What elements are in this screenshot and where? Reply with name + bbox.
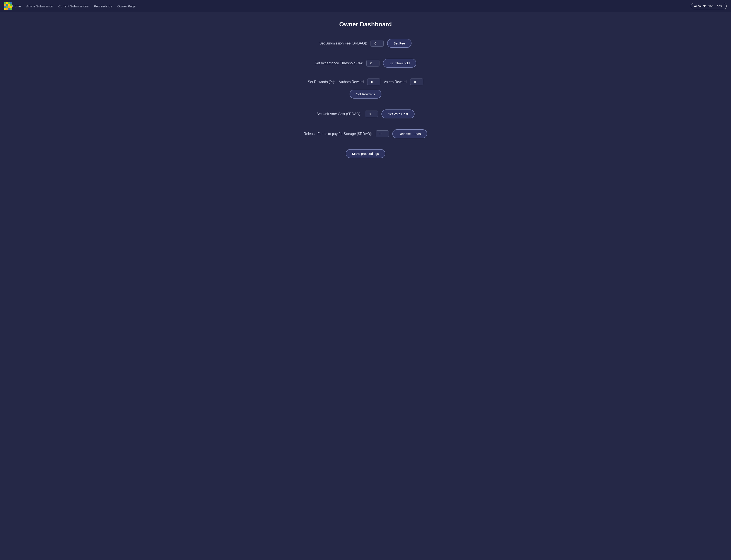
set-vote-cost-button[interactable]: Set Vote Cost — [381, 109, 415, 118]
threshold-section: Set Acceptance Threshold (%): Set Thresh… — [267, 59, 464, 68]
submission-fee-section: Set Submission Fee ($RDAO): Set Fee — [267, 39, 464, 48]
svg-rect-2 — [8, 2, 10, 4]
svg-rect-14 — [8, 8, 10, 10]
logo-icon — [4, 2, 12, 10]
authors-reward-input[interactable] — [367, 79, 380, 85]
rewards-section: Set Rewards (%): Authors Reward Voters R… — [267, 79, 464, 99]
submission-fee-row: Set Submission Fee ($RDAO): Set Fee — [319, 39, 412, 48]
svg-rect-3 — [10, 2, 12, 4]
svg-rect-12 — [4, 8, 6, 10]
svg-rect-1 — [6, 2, 8, 4]
release-funds-row: Release Funds to pay for Storage ($RDAO)… — [304, 129, 427, 138]
rewards-label: Set Rewards (%): — [308, 80, 335, 84]
vote-cost-section: Set Unit Vote Cost ($RDAO): Set Vote Cos… — [267, 109, 464, 118]
svg-rect-0 — [4, 2, 6, 4]
rewards-inputs: Set Rewards (%): Authors Reward Voters R… — [308, 79, 423, 85]
rewards-row: Set Rewards (%): Authors Reward Voters R… — [308, 79, 423, 99]
nav-proceedings[interactable]: Proceedings — [94, 4, 112, 8]
threshold-input[interactable] — [366, 60, 379, 67]
release-funds-button[interactable]: Release Funds — [392, 129, 427, 138]
svg-rect-13 — [6, 8, 8, 10]
navbar-links: Home Article Submission Current Submissi… — [12, 4, 691, 8]
svg-rect-15 — [10, 8, 12, 10]
vote-cost-row: Set Unit Vote Cost ($RDAO): Set Vote Cos… — [316, 109, 414, 118]
page-title: Owner Dashboard — [339, 21, 392, 28]
threshold-row: Set Acceptance Threshold (%): Set Thresh… — [315, 59, 416, 68]
svg-rect-4 — [4, 4, 6, 6]
main-content: Owner Dashboard Set Submission Fee ($RDA… — [0, 12, 731, 182]
voters-reward-label: Voters Reward — [384, 80, 407, 84]
voters-reward-input[interactable] — [410, 79, 423, 85]
svg-rect-11 — [10, 6, 12, 8]
submission-fee-label: Set Submission Fee ($RDAO): — [319, 41, 367, 45]
submission-fee-input[interactable] — [371, 40, 384, 47]
svg-rect-9 — [6, 6, 8, 8]
set-fee-button[interactable]: Set Fee — [387, 39, 412, 48]
make-proceedings-row: Make proceedings — [346, 149, 386, 158]
release-funds-section: Release Funds to pay for Storage ($RDAO)… — [267, 129, 464, 138]
set-rewards-button[interactable]: Set Rewards — [350, 90, 381, 99]
nav-current-submissions[interactable]: Current Submissions — [58, 4, 89, 8]
vote-cost-input[interactable] — [365, 111, 378, 117]
authors-reward-label: Authors Reward — [339, 80, 364, 84]
svg-rect-5 — [6, 4, 8, 6]
account-badge: Account: 0xbf8...ac33 — [691, 3, 727, 9]
svg-rect-8 — [4, 6, 6, 8]
threshold-label: Set Acceptance Threshold (%): — [315, 61, 363, 65]
release-funds-label: Release Funds to pay for Storage ($RDAO)… — [304, 132, 372, 136]
navbar: Home Article Submission Current Submissi… — [0, 0, 731, 12]
svg-rect-6 — [8, 4, 10, 6]
make-proceedings-button[interactable]: Make proceedings — [346, 149, 386, 158]
make-proceedings-section: Make proceedings — [267, 149, 464, 158]
nav-article-submission[interactable]: Article Submission — [26, 4, 53, 8]
nav-owner-page[interactable]: Owner Page — [117, 4, 135, 8]
vote-cost-label: Set Unit Vote Cost ($RDAO): — [316, 112, 361, 116]
svg-rect-7 — [10, 4, 12, 6]
nav-home[interactable]: Home — [12, 4, 21, 8]
svg-rect-10 — [8, 6, 10, 8]
set-threshold-button[interactable]: Set Threshold — [383, 59, 416, 68]
release-funds-input[interactable] — [376, 130, 389, 137]
